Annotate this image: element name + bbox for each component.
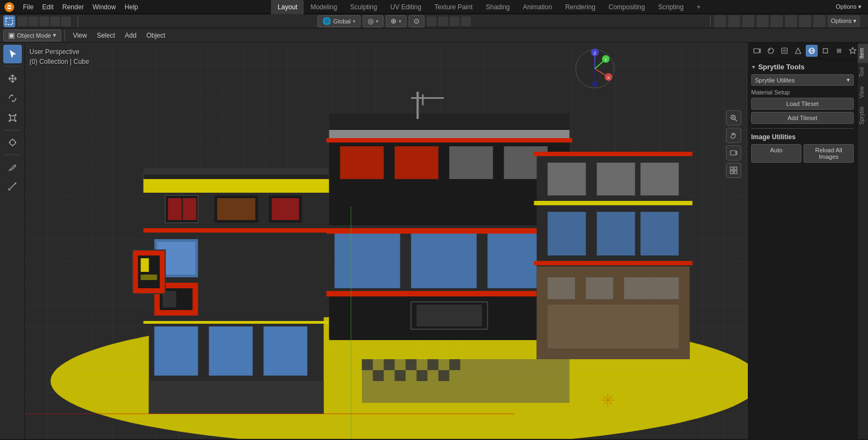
proportional-btn[interactable]: ⊙ — [409, 15, 424, 27]
panel-icon-scene[interactable] — [792, 45, 804, 57]
panel-icon-constraint[interactable] — [833, 45, 845, 57]
collapse-triangle[interactable]: ▼ — [751, 64, 756, 70]
svg-rect-2 — [7, 7, 11, 8]
auto-btn[interactable]: Auto — [751, 144, 801, 163]
measure-tool-btn[interactable] — [3, 177, 22, 196]
separator-1 — [78, 16, 78, 27]
header-right-icon-5[interactable] — [771, 15, 783, 27]
header-right-icon-7[interactable] — [799, 15, 811, 27]
rotate-tool-btn[interactable] — [3, 89, 22, 108]
shader-icon-4[interactable] — [461, 16, 471, 26]
vtab-item[interactable]: Item — [858, 44, 868, 63]
svg-rect-29 — [144, 321, 329, 324]
menu-file[interactable]: File — [19, 0, 38, 14]
reload-all-images-btn[interactable]: Reload All Images — [804, 144, 854, 163]
tab-animation[interactable]: Animation — [516, 0, 558, 14]
svg-rect-72 — [411, 97, 444, 99]
svg-rect-56 — [534, 152, 693, 156]
shader-icon-2[interactable] — [438, 16, 448, 26]
tab-add[interactable]: + — [690, 0, 707, 14]
icon-btn-1[interactable] — [17, 16, 27, 26]
tab-texture-paint[interactable]: Texture Paint — [428, 0, 479, 14]
menu-window[interactable]: Window — [88, 0, 120, 14]
add-menu[interactable]: Add — [121, 29, 141, 41]
svg-rect-8 — [15, 120, 16, 122]
svg-rect-20 — [217, 198, 256, 220]
panel-icon-camera[interactable] — [751, 45, 763, 57]
svg-rect-81 — [395, 370, 406, 381]
header-right-icon-3[interactable] — [742, 15, 754, 27]
svg-rect-59 — [641, 163, 679, 195]
sprytile-utilities-dropdown[interactable]: Sprytile Utilites ▾ — [751, 74, 854, 86]
header-right-icon-4[interactable] — [757, 15, 769, 27]
svg-rect-18 — [183, 198, 197, 220]
camera-view-btn[interactable] — [726, 145, 741, 160]
tab-scripting[interactable]: Scripting — [652, 0, 690, 14]
menu-render[interactable]: Render — [58, 0, 88, 14]
snap-btn[interactable]: ⊕ ▾ — [386, 15, 406, 27]
header-bar: 🌐 Global ▾ ◎ ▾ ⊕ ▾ ⊙ Op — [0, 14, 868, 28]
header-right-icon-6[interactable] — [785, 15, 797, 27]
left-toolbar — [0, 43, 25, 439]
panel-icon-world[interactable] — [806, 45, 818, 57]
viewport-info: User Perspective (0) Collection | Cube — [29, 47, 89, 67]
options-button[interactable]: Options ▾ — [836, 3, 861, 10]
object-mode-selector[interactable]: ▣ Object Mode ▾ — [3, 29, 61, 41]
tab-uv-editing[interactable]: UV Editing — [383, 0, 428, 14]
svg-rect-114 — [823, 49, 828, 53]
top-menu-bar: File Edit Render Window Help Layout Mode… — [0, 0, 868, 14]
separator-2 — [710, 16, 711, 27]
icon-btn-5[interactable] — [61, 16, 71, 26]
header-options-btn[interactable]: Options ▾ — [828, 15, 860, 27]
viewport[interactable]: User Perspective (0) Collection | Cube Z… — [25, 43, 748, 439]
icon-btn-2[interactable] — [28, 16, 38, 26]
zoom-in-btn[interactable] — [726, 110, 741, 126]
move-tool-btn[interactable] — [3, 69, 22, 88]
panel-icon-render[interactable] — [778, 45, 790, 57]
vtab-sprytile[interactable]: Sprytile — [858, 102, 868, 129]
header-right-icon-8[interactable] — [813, 15, 825, 27]
header-right-icon-2[interactable] — [728, 15, 740, 27]
svg-rect-73 — [422, 94, 424, 105]
grid-view-btn[interactable] — [726, 163, 741, 178]
tab-sculpting[interactable]: Sculpting — [344, 0, 383, 14]
add-tileset-btn[interactable]: Add Tileset — [751, 112, 854, 124]
viewport-gizmo[interactable]: Z Y X — [573, 47, 617, 91]
transform-btn[interactable]: ◎ ▾ — [363, 15, 383, 27]
view-menu[interactable]: View — [68, 29, 91, 41]
tab-compositing[interactable]: Compositing — [602, 0, 652, 14]
tab-shading[interactable]: Shading — [479, 0, 516, 14]
load-tileset-btn[interactable]: Load Tileset — [751, 98, 854, 110]
transform-tool-btn[interactable] — [3, 133, 22, 152]
vtab-view[interactable]: View — [858, 82, 868, 103]
menu-edit[interactable]: Edit — [38, 0, 58, 14]
panel-icon-modifier[interactable] — [847, 45, 857, 57]
icon-btn-4[interactable] — [50, 16, 60, 26]
hand-tool-btn[interactable] — [726, 128, 741, 143]
tab-rendering[interactable]: Rendering — [559, 0, 602, 14]
icon-btn-3[interactable] — [39, 16, 49, 26]
tab-modeling[interactable]: Modeling — [304, 0, 344, 14]
panel-icon-material[interactable] — [765, 45, 777, 57]
shader-icon-1[interactable] — [427, 16, 436, 26]
shader-icon-3[interactable] — [450, 16, 459, 26]
tab-layout[interactable]: Layout — [271, 0, 304, 14]
select-tool-btn[interactable] — [3, 45, 22, 63]
select-menu[interactable]: Select — [92, 29, 119, 41]
svg-rect-79 — [450, 359, 460, 370]
scale-tool-btn[interactable] — [3, 109, 22, 127]
svg-rect-5 — [9, 114, 10, 116]
menu-help[interactable]: Help — [120, 0, 143, 14]
svg-rect-32 — [264, 326, 308, 376]
panel-icon-object-data[interactable] — [819, 45, 831, 57]
object-menu[interactable]: Object — [142, 29, 170, 41]
select-box-tool-btn[interactable] — [3, 15, 15, 27]
viewport-icon-btn[interactable]: 🌐 Global ▾ — [317, 15, 361, 27]
svg-rect-15 — [144, 168, 329, 175]
svg-rect-62 — [597, 212, 635, 255]
vtab-tool[interactable]: Tool — [858, 63, 868, 81]
header-right-icon-1[interactable] — [714, 15, 726, 27]
svg-rect-7 — [9, 120, 10, 122]
annotate-tool-btn[interactable] — [3, 158, 22, 176]
svg-text:X: X — [607, 75, 610, 80]
